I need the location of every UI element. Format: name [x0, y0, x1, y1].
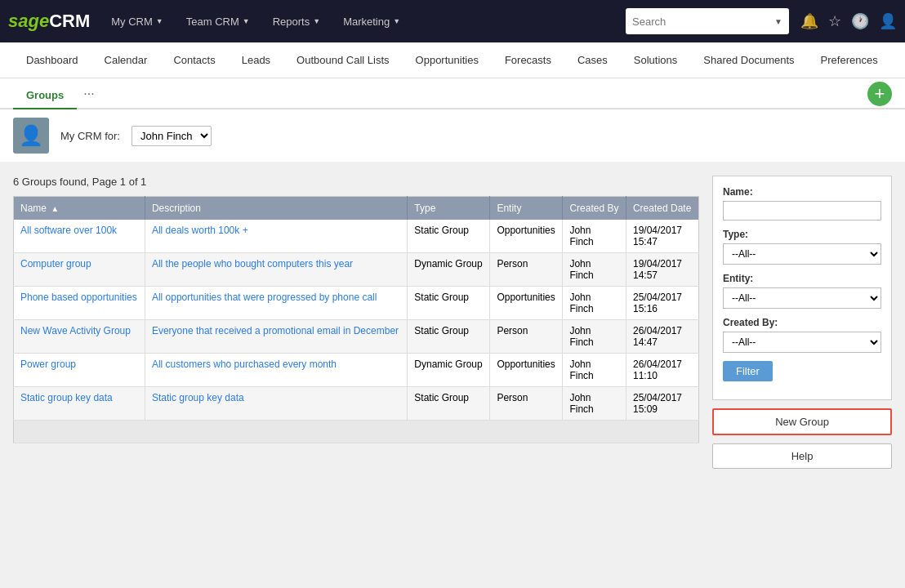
nav-solutions[interactable]: Solutions — [621, 42, 690, 78]
logo-sage: sage — [8, 11, 49, 32]
nav-outbound-call-lists[interactable]: Outbound Call Lists — [283, 42, 402, 78]
col-type[interactable]: Type — [408, 197, 490, 220]
footer-cell — [14, 421, 699, 443]
filter-type-select[interactable]: --All-- — [723, 243, 881, 265]
right-sidebar: Name: Type: --All-- Entity: --All-- Crea… — [712, 176, 892, 469]
group-desc: Everyone that received a promotional ema… — [152, 325, 399, 336]
filter-entity-select[interactable]: --All-- — [723, 287, 881, 309]
table-row: New Wave Activity Group Everyone that re… — [14, 320, 699, 354]
cell-entity: Person — [490, 387, 563, 421]
cell-name: All software over 100k — [14, 220, 145, 253]
col-name[interactable]: Name ▲ — [14, 197, 145, 220]
cell-description: Static group key data — [145, 387, 407, 421]
group-name-link[interactable]: Power group — [20, 359, 76, 370]
nav-leads[interactable]: Leads — [229, 42, 283, 78]
cell-created-by: JohnFinch — [563, 220, 626, 253]
cell-type: Static Group — [408, 220, 490, 253]
cell-name: Phone based opportunities — [14, 287, 145, 320]
cell-created-by: JohnFinch — [563, 354, 626, 387]
cell-name: New Wave Activity Group — [14, 320, 145, 354]
nav-opportunities[interactable]: Opportunities — [403, 42, 492, 78]
cell-entity: Opportunities — [490, 354, 563, 387]
groups-summary: 6 Groups found, Page 1 of 1 — [13, 176, 699, 188]
reports-arrow: ▼ — [313, 17, 320, 25]
avatar-box: 👤 — [13, 118, 49, 154]
reports-menu[interactable]: Reports ▼ — [263, 11, 330, 33]
cell-created-by: JohnFinch — [563, 387, 626, 421]
group-desc: All opportunities that were progressed b… — [152, 292, 377, 303]
sort-arrow: ▲ — [51, 204, 59, 213]
my-crm-menu[interactable]: My CRM ▼ — [101, 11, 172, 33]
search-input[interactable] — [632, 16, 774, 28]
cell-type: Static Group — [408, 320, 490, 354]
mycrm-label: My CRM for: — [60, 130, 120, 142]
cell-entity: Opportunities — [490, 287, 563, 320]
cell-name: Computer group — [14, 253, 145, 287]
team-crm-menu[interactable]: Team CRM ▼ — [176, 11, 260, 33]
main-content: 6 Groups found, Page 1 of 1 Name ▲ Descr… — [0, 163, 905, 482]
nav-calendar[interactable]: Calendar — [91, 42, 161, 78]
history-icon[interactable]: 🕐 — [851, 12, 869, 30]
col-entity[interactable]: Entity — [490, 197, 563, 220]
cell-entity: Person — [490, 320, 563, 354]
group-name-link[interactable]: Static group key data — [20, 392, 113, 403]
filter-name-input[interactable] — [723, 201, 881, 220]
top-navigation: sage CRM My CRM ▼ Team CRM ▼ Reports ▼ M… — [0, 0, 905, 42]
add-button[interactable]: + — [867, 82, 892, 106]
table-header-row: Name ▲ Description Type Entity Created B… — [14, 197, 699, 220]
search-dropdown-icon[interactable]: ▼ — [774, 17, 782, 26]
cell-entity: Opportunities — [490, 220, 563, 253]
secondary-navigation: Dashboard Calendar Contacts Leads Outbou… — [0, 42, 905, 78]
nav-cases[interactable]: Cases — [564, 42, 621, 78]
cell-created-date: 26/04/201714:47 — [626, 320, 698, 354]
filter-created-by-label: Created By: — [723, 317, 881, 328]
col-created-by[interactable]: Created By — [563, 197, 626, 220]
group-desc: Static group key data — [152, 392, 244, 403]
group-name-link[interactable]: All software over 100k — [20, 225, 117, 236]
filter-button[interactable]: Filter — [723, 361, 773, 381]
group-name-link[interactable]: New Wave Activity Group — [20, 325, 131, 336]
cell-description: Everyone that received a promotional ema… — [145, 320, 407, 354]
my-crm-arrow: ▼ — [156, 17, 163, 25]
filter-box: Name: Type: --All-- Entity: --All-- Crea… — [712, 176, 892, 400]
nav-forecasts[interactable]: Forecasts — [492, 42, 564, 78]
nav-preferences[interactable]: Preferences — [808, 42, 891, 78]
cell-description: All opportunities that were progressed b… — [145, 287, 407, 320]
nav-contacts[interactable]: Contacts — [160, 42, 228, 78]
nav-dashboard[interactable]: Dashboard — [13, 42, 91, 78]
group-name-link[interactable]: Phone based opportunities — [20, 292, 137, 303]
tab-more[interactable]: ··· — [77, 80, 100, 108]
help-button[interactable]: Help — [712, 443, 892, 469]
cell-description: All customers who purchased every month — [145, 354, 407, 387]
search-bar: ▼ — [626, 8, 789, 34]
cell-created-date: 19/04/201714:57 — [626, 253, 698, 287]
cell-entity: Person — [490, 253, 563, 287]
tab-groups[interactable]: Groups — [13, 82, 77, 109]
my-crm-label: My CRM — [111, 16, 153, 28]
avatar-icon: 👤 — [19, 124, 43, 147]
table-row: Power group All customers who purchased … — [14, 354, 699, 387]
group-name-link[interactable]: Computer group — [20, 258, 91, 270]
nav-shared-documents[interactable]: Shared Documents — [690, 42, 807, 78]
tab-bar: Groups ··· + — [0, 78, 905, 109]
table-row: Computer group All the people who bought… — [14, 253, 699, 287]
filter-created-by-select[interactable]: --All-- — [723, 332, 881, 353]
table-row: Static group key data Static group key d… — [14, 387, 699, 421]
cell-description: All deals worth 100k + — [145, 220, 407, 253]
mycrm-bar: 👤 My CRM for: John Finch — [0, 109, 905, 163]
marketing-label: Marketing — [343, 16, 390, 28]
new-group-button[interactable]: New Group — [712, 408, 892, 435]
notifications-icon[interactable]: 🔔 — [800, 12, 818, 30]
favorites-icon[interactable]: ☆ — [828, 12, 841, 30]
mycrm-user-select[interactable]: John Finch — [132, 126, 212, 146]
cell-type: Dynamic Group — [408, 253, 490, 287]
team-crm-label: Team CRM — [186, 16, 239, 28]
col-created-date[interactable]: Created Date — [626, 197, 698, 220]
top-icons: 🔔 ☆ 🕐 👤 — [800, 12, 897, 30]
cell-created-by: JohnFinch — [563, 320, 626, 354]
col-description[interactable]: Description — [145, 197, 407, 220]
user-icon[interactable]: 👤 — [879, 12, 897, 30]
filter-name-label: Name: — [723, 186, 881, 198]
marketing-menu[interactable]: Marketing ▼ — [333, 11, 410, 33]
table-footer-row — [14, 421, 699, 443]
